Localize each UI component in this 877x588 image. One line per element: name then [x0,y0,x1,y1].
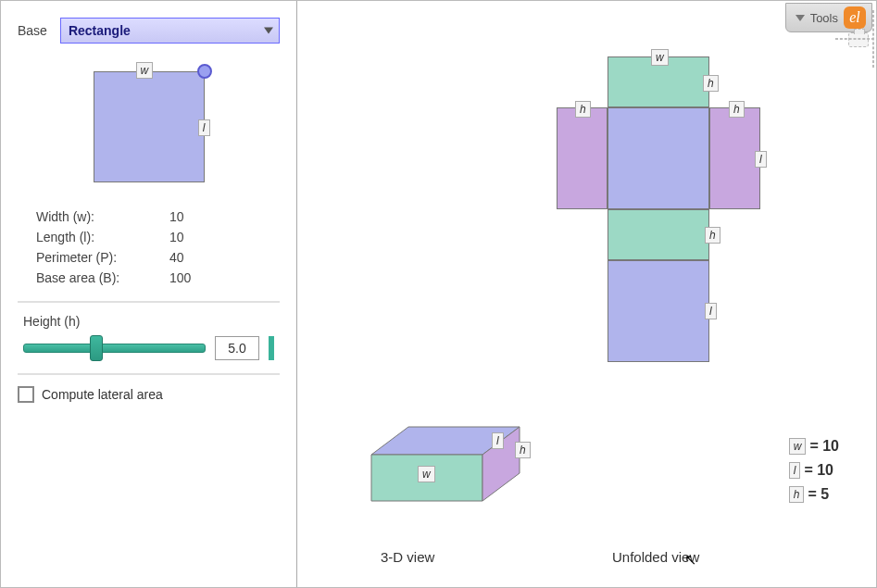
net-right-face [709,107,760,209]
legend-w-val: = 10 [809,434,839,458]
tools-label: Tools [810,11,838,25]
stat-length-value: 10 [169,227,225,247]
resize-handle[interactable] [197,64,212,79]
legend-h-val: = 5 [808,482,829,507]
height-block: Height (h) 5.0 [23,314,274,360]
stat-basearea-value: 100 [169,268,225,288]
view-panel: Tools el w h h h l h l [297,1,876,587]
height-slider[interactable] [23,337,206,359]
legend-h-tag: h [789,486,805,503]
base-rectangle [94,71,205,182]
stat-width: Width (w): 10 [36,206,272,227]
brand-logo-icon: el [844,6,866,29]
crop-marks-icon [830,38,874,82]
net-h-tag-2: h [575,101,591,118]
legend-l: l = 10 [789,458,839,482]
length-tag: l [198,119,210,136]
stat-basearea: Base area (B): 100 [36,268,272,288]
legend-w-tag: w [789,438,807,455]
net-bottom-face [608,260,709,362]
chevron-down-icon [796,15,805,21]
stat-basearea-label: Base area (B): [36,268,166,288]
height-slider-row: 5.0 [23,336,274,360]
prism-svg [344,418,547,547]
base-shape-select[interactable]: Rectangle [60,18,280,44]
dimensions-legend: w = 10 l = 10 h = 5 [789,434,839,507]
legend-l-val: = 10 [804,458,833,482]
height-indicator-bar [269,336,274,360]
stat-width-value: 10 [169,206,225,227]
compute-lateral-label: Compute lateral area [42,387,163,402]
app-window: Base Rectangle w l Width (w): 10 Length … [0,0,877,588]
caption-unfolded-view: Unfolded view [612,549,699,565]
net-w-tag: w [651,49,669,66]
prism-w-tag: w [418,466,435,482]
caption-3d-view: 3-D view [381,549,434,565]
stat-perimeter: Perimeter (P): 40 [36,247,272,268]
stat-length-label: Length (l): [36,227,166,247]
height-slider-track [23,344,206,353]
net-top-face [608,107,709,209]
legend-w: w = 10 [789,434,839,458]
base-label: Base [18,23,47,38]
prism-3d: w l h [344,418,547,550]
net-h-tag-4: h [705,227,720,244]
net-l-tag-2: l [705,303,717,319]
height-slider-thumb[interactable] [90,335,103,361]
compute-lateral-row: Compute lateral area [18,386,280,403]
base-shape-selected: Rectangle [69,23,131,38]
width-tag: w [136,62,154,79]
net-h-tag-3: h [729,101,745,118]
height-title: Height (h) [23,314,274,329]
stat-length: Length (l): 10 [36,227,272,247]
separator [18,301,280,303]
legend-h: h = 5 [789,482,839,507]
stat-perimeter-value: 40 [169,247,225,268]
legend-l-tag: l [789,462,801,479]
base-stats: Width (w): 10 Length (l): 10 Perimeter (… [36,206,272,288]
stat-perimeter-label: Perimeter (P): [36,247,166,268]
controls-panel: Base Rectangle w l Width (w): 10 Length … [1,1,297,587]
height-value-input[interactable]: 5.0 [215,336,259,360]
net-h-tag-1: h [703,75,719,92]
prism-h-tag: h [515,442,531,458]
base-shape-box: w l [94,71,205,182]
net-left-face [557,107,608,209]
separator [18,373,280,375]
base-row: Base Rectangle [18,18,280,44]
base-shape-preview: w l [18,71,280,182]
compute-lateral-checkbox[interactable] [18,386,34,403]
prism-l-tag: l [492,432,504,449]
net-front-face [608,209,709,260]
stat-width-label: Width (w): [36,206,166,227]
net-l-tag-1: l [755,151,767,168]
